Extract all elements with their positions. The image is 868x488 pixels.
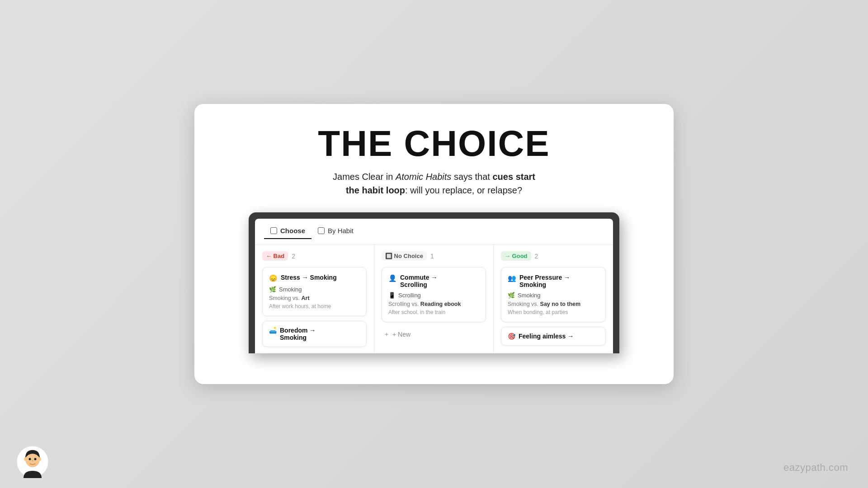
habit-card-boredom[interactable]: 🛋️ Boredom →Smoking <box>262 321 367 347</box>
svg-point-5 <box>38 457 41 461</box>
peer-icon: 👥 <box>508 274 516 282</box>
badge-good: → Good <box>501 251 531 261</box>
slide-card: THE CHOICE James Clear in Atomic Habits … <box>194 104 674 384</box>
column-bad: ← Bad 2 😞 Stress → Smoking 🌿 <box>255 245 374 353</box>
count-bad: 2 <box>292 253 295 260</box>
card-sub-smoking2: 🌿 Smoking <box>508 292 599 299</box>
svg-point-3 <box>34 458 37 460</box>
column-header-bad: ← Bad 2 <box>262 251 367 261</box>
card-vs-sayno: Smoking vs. Say no to them <box>508 301 599 307</box>
peer-title-text: Peer Pressure →Smoking <box>519 274 570 288</box>
slide-title: THE CHOICE <box>318 126 550 162</box>
card-title-commute: 👤 Commute →Scrolling <box>388 274 479 288</box>
card-context-work: After work hours, at home <box>269 303 360 310</box>
svg-point-4 <box>24 457 27 461</box>
smoking-label2: Smoking <box>518 292 541 299</box>
badge-bad: ← Bad <box>262 251 288 261</box>
checkbox-by-habit <box>318 227 325 234</box>
svg-point-2 <box>29 458 31 460</box>
stress-icon: 😞 <box>269 274 278 282</box>
card-context-parties: When bonding, at parties <box>508 309 599 315</box>
habit-card-peer-pressure[interactable]: 👥 Peer Pressure →Smoking 🌿 Smoking Smoki… <box>501 267 606 322</box>
column-good: → Good 2 👥 Peer Pressure →Smoking 🌿 <box>494 245 613 353</box>
card-context-school: After school, in the train <box>388 309 479 315</box>
app-content: ← Bad 2 😞 Stress → Smoking 🌿 <box>255 245 613 353</box>
habit-card-stress-smoking[interactable]: 😞 Stress → Smoking 🌿 Smoking Smoking vs.… <box>262 267 367 316</box>
vs-sayno-bold: Say no to them <box>540 301 581 307</box>
habit-card-commute[interactable]: 👤 Commute →Scrolling 📱 Scrolling Scrolli… <box>382 267 486 322</box>
app-header: Choose By Habit <box>255 219 613 245</box>
subtitle-mid: says that <box>451 172 492 182</box>
avatar-corner <box>16 446 49 478</box>
column-nochoice: 🔲 No Choice 1 👤 Commute →Scrolling 📱 <box>374 245 494 353</box>
card-vs-ebook: Scrolling vs. Reading ebook <box>388 301 479 307</box>
card-vs-art: Smoking vs. Art <box>269 295 360 301</box>
boredom-title-text: Boredom →Smoking <box>280 327 316 341</box>
column-header-good: → Good 2 <box>501 251 606 261</box>
new-label: + New <box>392 331 410 338</box>
aimless-title-text: Feeling aimless → <box>519 333 574 340</box>
device-wrapper: Choose By Habit ← Bad 2 <box>249 212 619 353</box>
device-frame: Choose By Habit ← Bad 2 <box>249 212 619 353</box>
smoking-label1: Smoking <box>279 286 302 293</box>
new-button[interactable]: ＋ + New <box>382 327 486 342</box>
commute-icon: 👤 <box>388 274 397 282</box>
page-background: THE CHOICE James Clear in Atomic Habits … <box>0 0 868 488</box>
card-sub-smoking1: 🌿 Smoking <box>269 286 360 293</box>
plus-icon: ＋ <box>383 330 390 338</box>
scrolling-icon: 📱 <box>388 292 396 299</box>
tab-by-habit-label: By Habit <box>328 227 354 235</box>
vs-ebook-bold: Reading ebook <box>420 301 461 307</box>
count-good: 2 <box>535 253 538 260</box>
subtitle-end: : will you replace, or relapse? <box>405 185 522 195</box>
checkbox-choose <box>270 227 277 234</box>
commute-title-text: Commute →Scrolling <box>400 274 437 288</box>
stress-title-text: Stress → Smoking <box>281 274 337 281</box>
card-title-peer: 👥 Peer Pressure →Smoking <box>508 274 599 288</box>
smoking-icon2: 🌿 <box>508 292 515 299</box>
count-nochoice: 1 <box>430 253 434 260</box>
card-sub-scrolling: 📱 Scrolling <box>388 292 479 299</box>
slide-subtitle: James Clear in Atomic Habits says that c… <box>333 170 535 197</box>
boredom-title: 🛋️ Boredom →Smoking <box>269 327 360 341</box>
avatar-icon <box>16 446 49 478</box>
tab-choose[interactable]: Choose <box>264 224 311 239</box>
aimless-title: 🎯 Feeling aimless → <box>508 333 599 340</box>
badge-nochoice: 🔲 No Choice <box>382 251 427 261</box>
vs-art-bold: Art <box>302 295 310 301</box>
card-title-stress: 😞 Stress → Smoking <box>269 274 360 282</box>
boredom-icon: 🛋️ <box>269 327 277 334</box>
scrolling-label: Scrolling <box>398 292 421 299</box>
subtitle-italic: Atomic Habits <box>396 172 451 182</box>
column-header-nochoice: 🔲 No Choice 1 <box>382 251 486 261</box>
aimless-icon: 🎯 <box>508 333 515 340</box>
tab-by-habit[interactable]: By Habit <box>311 224 360 239</box>
subtitle-plain: James Clear in <box>333 172 396 182</box>
device-inner: Choose By Habit ← Bad 2 <box>255 219 613 353</box>
tab-choose-label: Choose <box>280 227 305 235</box>
smoking-icon1: 🌿 <box>269 286 276 293</box>
habit-card-aimless[interactable]: 🎯 Feeling aimless → <box>501 327 606 346</box>
brand-label: eazypath.com <box>783 462 848 474</box>
